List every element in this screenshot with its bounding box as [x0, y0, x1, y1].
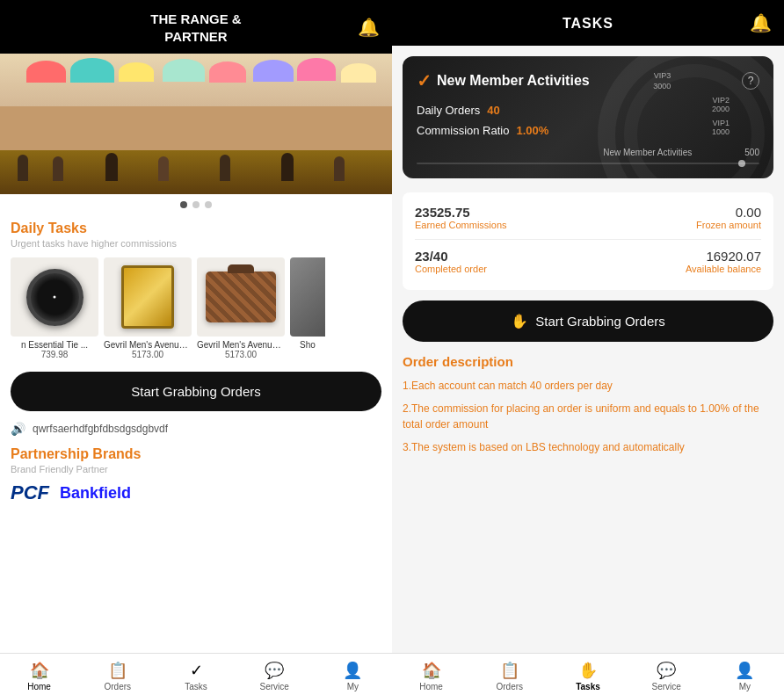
- banner-dots: [0, 194, 392, 212]
- order-desc-title: Order description: [403, 354, 773, 369]
- vip-card-title: New Member Activities: [437, 73, 590, 89]
- nav-label-service-right: Service: [652, 682, 681, 691]
- service-icon-left: 💬: [265, 661, 284, 680]
- daily-orders-label: Daily Orders: [417, 104, 480, 117]
- commission-ratio-label: Commission Ratio: [417, 124, 509, 137]
- nav-label-my-left: My: [347, 682, 359, 691]
- earned-commissions-block: 23525.75 Earned Commissions: [415, 205, 507, 230]
- vip3-value: 3000: [653, 82, 671, 90]
- earned-label: Earned Commissions: [415, 220, 507, 230]
- vip2-block: VIP2 2000: [712, 96, 730, 113]
- order-desc-item-3: 3.The system is based on LBS technology …: [403, 439, 773, 455]
- home-icon-left: 🏠: [30, 661, 49, 680]
- stats-row-bottom: 23/40 Completed order 16920.07 Available…: [415, 249, 761, 274]
- right-body: ✓ New Member Activities VIP3 3000 ? VIP2…: [392, 46, 784, 653]
- product-name: Gevril Men's Avenue ...: [104, 340, 192, 350]
- nav-label-tasks-left: Tasks: [185, 682, 207, 691]
- vip-card-header: ✓ New Member Activities VIP3 3000 ?: [417, 70, 759, 91]
- vip1-label: VIP1: [712, 119, 730, 127]
- service-icon-right: 💬: [657, 661, 676, 680]
- vip1-value: 1000: [712, 127, 730, 136]
- vip-logo: ✓ New Member Activities: [417, 70, 590, 91]
- nav-label-my-right: My: [739, 682, 751, 691]
- banner-dot-1[interactable]: [180, 201, 187, 208]
- stats-card: 23525.75 Earned Commissions 0.00 Frozen …: [403, 192, 773, 290]
- product-price: 739.98: [41, 350, 69, 359]
- hand-icon: ✋: [511, 313, 528, 329]
- left-nav: 🏠 Home 📋 Orders ✓ Tasks 💬 Service 👤 My: [0, 653, 392, 695]
- nav-label-orders-left: Orders: [105, 682, 132, 691]
- available-value: 16920.07: [686, 249, 761, 264]
- nav-item-service-left[interactable]: 💬 Service: [236, 654, 314, 695]
- nav-label-orders-right: Orders: [497, 682, 524, 691]
- start-btn-label-right: Start Grabbing Orders: [535, 314, 665, 329]
- product-name: Gevril Men's Avenue ...: [197, 340, 285, 350]
- partnership-title: Partnership Brands: [11, 446, 381, 462]
- nav-item-orders-right[interactable]: 📋 Orders: [470, 654, 548, 695]
- orders-icon-left: 📋: [108, 661, 127, 680]
- vip-question-button[interactable]: ?: [742, 72, 759, 90]
- nav-label-tasks-right: Tasks: [576, 682, 600, 691]
- vip-axis-row: New Member Activities 500: [417, 148, 759, 164]
- new-member-label: New Member Activities: [603, 148, 692, 157]
- nav-item-tasks-left[interactable]: ✓ Tasks: [156, 654, 235, 695]
- left-title: THE RANGE &PARTNER: [150, 11, 241, 45]
- speaker-icon: 🔊: [11, 422, 25, 436]
- available-label: Available balance: [686, 264, 761, 274]
- stats-row-top: 23525.75 Earned Commissions 0.00 Frozen …: [415, 205, 761, 230]
- nav-item-tasks-right[interactable]: ✋ Tasks: [548, 654, 627, 695]
- product-item-partial[interactable]: Sho: [290, 257, 325, 359]
- marquee-row: 🔊 qwrfsaerhdfgbfdbsdgsdgbvdf: [11, 422, 381, 436]
- frozen-amount-block: 0.00 Frozen amount: [696, 205, 761, 230]
- product-image-box: [11, 257, 98, 337]
- order-description-section: Order description 1.Each account can mat…: [403, 354, 773, 455]
- nav-item-orders-left[interactable]: 📋 Orders: [78, 654, 156, 695]
- completed-value: 23/40: [415, 249, 487, 264]
- commission-ratio-row: Commission Ratio 1.00%: [417, 124, 759, 137]
- vip-card: ✓ New Member Activities VIP3 3000 ? VIP2…: [403, 56, 773, 178]
- nav-label-service-left: Service: [260, 682, 289, 691]
- right-header: TASKS 🔔: [392, 0, 784, 46]
- order-desc-item-1: 1.Each account can match 40 orders per d…: [403, 378, 773, 394]
- left-body: Daily Tasks Urgent tasks have higher com…: [0, 212, 392, 653]
- product-item[interactable]: Gevril Men's Avenue ... 5173.00: [104, 257, 192, 359]
- marquee-text: qwrfsaerhdfgbfdbsdgsdgbvdf: [33, 423, 168, 435]
- product-item[interactable]: n Essential Tie ... 739.98: [11, 257, 98, 359]
- vip2-label: VIP2: [712, 96, 730, 105]
- earned-value: 23525.75: [415, 205, 507, 220]
- vip1-block: VIP1 1000: [712, 119, 730, 136]
- nav-item-service-right[interactable]: 💬 Service: [628, 654, 706, 695]
- nav-item-home-left[interactable]: 🏠 Home: [0, 654, 78, 695]
- vip-levels: VIP2 2000 VIP1 1000: [712, 96, 730, 136]
- nav-item-home-right[interactable]: 🏠 Home: [392, 654, 470, 695]
- orders-icon-right: 📋: [500, 661, 519, 680]
- tasks-icon-right: ✋: [578, 661, 598, 680]
- vip2-value: 2000: [712, 105, 730, 113]
- my-icon-left: 👤: [343, 661, 362, 680]
- start-grabbing-orders-button-left[interactable]: Start Grabbing Orders: [11, 372, 381, 411]
- right-nav: 🏠 Home 📋 Orders ✋ Tasks 💬 Service 👤 My: [392, 653, 784, 695]
- nav-item-my-left[interactable]: 👤 My: [314, 654, 392, 695]
- nav-label-home-right: Home: [419, 682, 443, 691]
- product-price: 5173.00: [132, 350, 163, 359]
- completed-order-block: 23/40 Completed order: [415, 249, 487, 274]
- right-bell-icon[interactable]: 🔔: [750, 12, 772, 33]
- new-member-value: 500: [744, 148, 759, 157]
- completed-label: Completed order: [415, 264, 487, 274]
- left-panel: THE RANGE &PARTNER 🔔 Daily Tasks Urgent …: [0, 0, 392, 695]
- banner-dot-2[interactable]: [192, 201, 200, 208]
- products-row: n Essential Tie ... 739.98 Gevril Men's …: [11, 257, 381, 359]
- start-grabbing-orders-button-right[interactable]: ✋ Start Grabbing Orders: [403, 300, 773, 342]
- daily-orders-row: Daily Orders 40: [417, 104, 759, 117]
- nav-item-my-right[interactable]: 👤 My: [706, 654, 784, 695]
- left-bell-icon[interactable]: 🔔: [358, 17, 380, 38]
- product-name: n Essential Tie ...: [21, 340, 88, 350]
- daily-tasks-subtitle: Urgent tasks have higher commissions: [11, 238, 381, 249]
- commission-ratio-value: 1.00%: [516, 124, 548, 137]
- partner-logo-pcf: PCF: [11, 481, 49, 504]
- product-item[interactable]: Gevril Men's Avenue ... 5173.00: [197, 257, 285, 359]
- stats-divider: [415, 239, 761, 240]
- left-header: THE RANGE &PARTNER 🔔: [0, 0, 392, 54]
- banner-dot-3[interactable]: [205, 201, 212, 208]
- right-panel: TASKS 🔔 ✓ New Member Activities VIP3 300…: [392, 0, 784, 695]
